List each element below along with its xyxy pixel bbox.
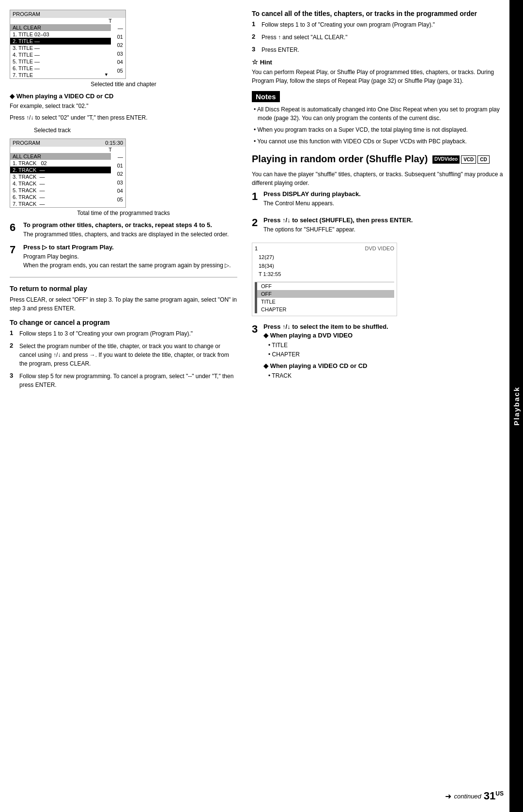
program-header-1: PROGRAM xyxy=(10,10,125,18)
to-change-body-2: Select the program number of the title, … xyxy=(19,342,237,368)
shuffle-option-row-1: OFF xyxy=(255,282,394,290)
shuffle-option-title: TITLE xyxy=(259,298,394,306)
shuffle-step-1: 1 Press DISPLAY during playback. The Con… xyxy=(252,190,505,211)
shuffle-option-off-2: OFF xyxy=(259,290,394,298)
to-change-step-2: 2 Select the program number of the title… xyxy=(10,342,237,368)
program-row: 4. TRACK — xyxy=(10,180,111,187)
shuffle-step-2-num: 2 xyxy=(252,217,263,228)
video-cd-section: When playing a VIDEO CD or CD For exampl… xyxy=(10,92,237,122)
to-return-section: To return to normal play Press CLEAR, or… xyxy=(10,285,237,313)
shuffle-option-chapter: CHAPTER xyxy=(259,306,394,313)
program-row: ALL CLEAR xyxy=(10,24,111,31)
divider xyxy=(10,277,237,277)
selected-title-chapter-label: Selected title and chapter xyxy=(10,81,237,88)
to-change-section: To change or cancel a program 1 Follow s… xyxy=(10,319,237,389)
shuffle-option-row-2: OFF xyxy=(255,290,394,298)
step-7-number: 7 xyxy=(10,245,23,255)
program-diagram-2: PROGRAM 0:15:30 T ALL CLEAR 1. TRACK 02 … xyxy=(10,138,237,216)
shuffle-option-row-3: TITLE xyxy=(255,298,394,306)
cancel-body-3: Press ENTER. xyxy=(262,46,505,54)
hint-title: ☆ Hint xyxy=(252,58,505,66)
shuffle-step-3: 3 Press ↑/↓ to select the item to be shu… xyxy=(252,323,505,381)
t-col-2: T xyxy=(10,147,125,153)
side-tab: Playback xyxy=(509,0,523,812)
program-row: 1. TITLE 02–03 xyxy=(10,31,111,38)
notes-title: Notes xyxy=(252,91,280,102)
cancel-step-3: 3 Press ENTER. xyxy=(252,46,505,54)
hint-section: ☆ Hint You can perform Repeat Play, or S… xyxy=(252,58,505,85)
program-row: 1. TRACK 02 xyxy=(10,160,111,167)
step-6-body: The programmed titles, chapters, and tra… xyxy=(23,230,237,239)
dvd-item-title: TITLE xyxy=(268,341,505,350)
to-cancel-heading: To cancel all of the titles, chapters, o… xyxy=(252,10,505,17)
video-cd-body2: Press ↑/↓ to select "02" under "T," then… xyxy=(10,113,237,122)
step-7: 7 Press ▷ to start Program Play. Program… xyxy=(10,244,237,270)
to-change-title: To change or cancel a program xyxy=(10,319,237,326)
left-column: PROGRAM T ALL CLEAR 1. TITLE 02–03 2. TI… xyxy=(10,10,247,802)
selected-track-label: Selected track xyxy=(34,127,237,134)
shuffle-row-2: 12(27) 18(34) T 1:32:55 xyxy=(259,253,394,279)
program-header-2: PROGRAM 0:15:30 xyxy=(10,139,125,147)
shuffle-step-2-body: The options for "SHUFFLE" appear. xyxy=(263,225,505,234)
shuffle-step-2-title: Press ↑/↓ to select (SHUFFLE), then pres… xyxy=(263,216,505,224)
continued-text: continued xyxy=(454,793,481,800)
cancel-body-2: Press ↑ and select "ALL CLEAR." xyxy=(262,33,505,42)
dvd-label: DVD VIDEO xyxy=(365,245,394,251)
program-row: ALL CLEAR xyxy=(10,153,111,160)
shuffle-step-1-title: Press DISPLAY during playback. xyxy=(263,190,505,198)
left-bar-4 xyxy=(255,306,257,313)
step-7-body1: Program Play begins. xyxy=(23,252,237,261)
shuffle-step-3-num: 3 xyxy=(252,324,263,335)
program-row: 6. TRACK — xyxy=(10,194,111,200)
program-row: 3. TITLE — xyxy=(10,45,111,51)
hint-icon: ☆ xyxy=(252,58,258,66)
step-6-number: 6 xyxy=(10,222,23,233)
program-row: 2. TITLE — xyxy=(10,38,111,45)
to-return-body: Press CLEAR, or select "OFF" in step 3. … xyxy=(10,295,237,313)
to-return-title: To return to normal play xyxy=(10,285,237,292)
shuffle-row-num: 1 xyxy=(255,245,258,251)
to-change-step-1: 1 Follow steps 1 to 3 of "Creating your … xyxy=(10,329,237,338)
program-rows-right-1: — 01 02 03 04 05 xyxy=(111,24,125,78)
program-row: 6. TITLE — xyxy=(10,65,111,72)
program-row: 7. TITLE▼ xyxy=(10,72,111,78)
note-3: You cannot use this function with VIDEO … xyxy=(252,137,505,146)
cancel-step-1: 1 Follow steps 1 to 3 of "Creating your … xyxy=(252,20,505,29)
badge-cd: CD xyxy=(477,155,489,164)
vcd-items-list: TRACK xyxy=(263,371,505,381)
shuffle-diagram: 1 DVD VIDEO 12(27) 18(34) T 1:32:55 xyxy=(252,243,397,316)
video-cd-body1: For example, select track "02." xyxy=(10,102,237,110)
vcd-item-track: TRACK xyxy=(268,371,505,381)
to-change-body-1: Follow steps 1 to 3 of "Creating your ow… xyxy=(19,329,237,338)
shuffle-options: OFF OFF TITLE xyxy=(255,282,394,313)
step-7-body2: When the program ends, you can restart t… xyxy=(23,261,237,270)
program-row: 7. TRACK — xyxy=(10,200,111,207)
format-badges: DVDVideo VCD CD xyxy=(432,155,490,164)
note-1: All Discs Repeat is automatically change… xyxy=(252,105,505,123)
shuffle-intro: You can have the player "shuffle" titles… xyxy=(252,170,505,187)
cancel-step-2: 2 Press ↑ and select "ALL CLEAR." xyxy=(252,33,505,42)
shuffle-step-3-title: Press ↑/↓ to select the item to be shuff… xyxy=(263,323,505,330)
program-diagram-1: PROGRAM T ALL CLEAR 1. TITLE 02–03 2. TI… xyxy=(10,10,237,88)
to-change-step-3: 3 Follow step 5 for new programming. To … xyxy=(10,372,237,389)
left-bar-2 xyxy=(255,290,257,298)
total-time-label: Total time of the programmed tracks xyxy=(10,210,237,216)
program-row: 5. TRACK — xyxy=(10,187,111,194)
step-7-title: Press ▷ to start Program Play. xyxy=(23,244,237,251)
arrow-right-icon: ➜ xyxy=(445,792,451,801)
shuffle-option-row-4: CHAPTER xyxy=(255,306,394,313)
program-rows-right-2: — 01 02 03 04 05 xyxy=(111,153,125,207)
to-change-body-3: Follow step 5 for new programming. To ca… xyxy=(19,372,237,389)
program-rows-left-2: ALL CLEAR 1. TRACK 02 2. TRACK — 3. TRAC… xyxy=(10,153,111,207)
step-6-title: To program other titles, chapters, or tr… xyxy=(23,221,237,229)
shuffle-step-1-body: The Control Menu appears. xyxy=(263,199,505,208)
program-row: 3. TRACK — xyxy=(10,173,111,180)
badge-vcd: VCD xyxy=(461,155,476,164)
right-column: To cancel all of the titles, chapters, o… xyxy=(247,10,509,802)
left-bar-3 xyxy=(255,298,257,306)
step-6: 6 To program other titles, chapters, or … xyxy=(10,221,237,239)
notes-section: Notes All Discs Repeat is automatically … xyxy=(252,91,505,146)
hint-body: You can perform Repeat Play, or Shuffle … xyxy=(252,68,505,85)
program-rows-left-1: ALL CLEAR 1. TITLE 02–03 2. TITLE — 3. T… xyxy=(10,24,111,78)
side-tab-text: Playback xyxy=(512,386,521,426)
